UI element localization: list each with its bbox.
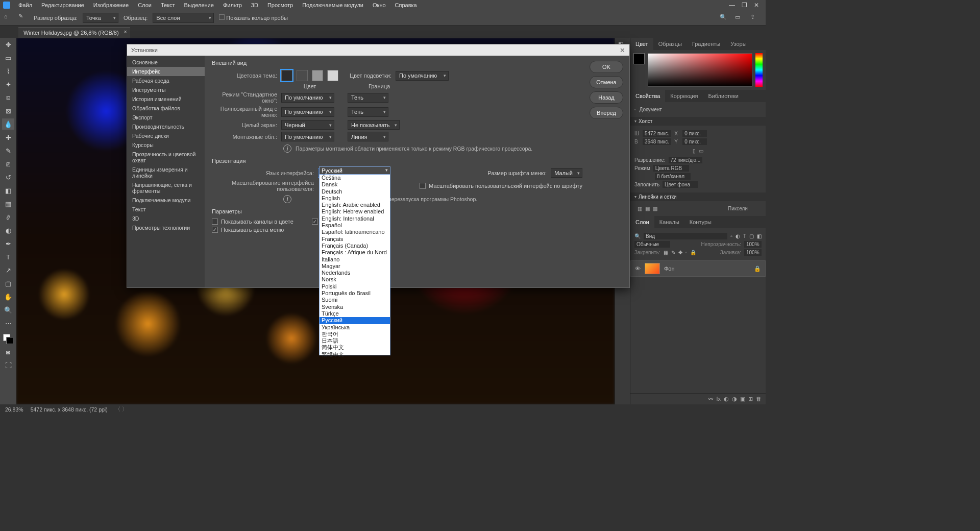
lock-all-icon[interactable]: 🔒 xyxy=(690,250,696,255)
language-option[interactable]: Français : Afrique du Nord xyxy=(320,249,390,256)
width-value[interactable]: 5472 пикс. xyxy=(643,130,671,137)
canvas-section-header[interactable]: Холст xyxy=(630,117,766,126)
layer-mask-icon[interactable]: ◐ xyxy=(724,396,729,402)
language-option[interactable]: Norsk xyxy=(320,276,390,283)
screen-color-dropdown[interactable]: По умолчанию xyxy=(281,107,334,117)
screen-color-dropdown[interactable]: По умолчанию xyxy=(281,93,334,103)
filter-smart-icon[interactable]: ◧ xyxy=(757,233,762,239)
next-button[interactable]: Вперед xyxy=(590,107,623,119)
prefs-category-item[interactable]: Интерфейс xyxy=(127,67,205,76)
show-channels-color-checkbox[interactable]: Показывать каналы в цвете xyxy=(212,219,293,225)
x-value[interactable]: 0 пикс. xyxy=(682,130,707,137)
delete-layer-icon[interactable]: 🗑 xyxy=(756,396,762,402)
menu-layers[interactable]: Слои xyxy=(134,1,156,9)
prefs-category-item[interactable]: Курсоры xyxy=(127,140,205,150)
language-option[interactable]: Magyar xyxy=(320,263,390,270)
tab-swatches[interactable]: Образцы xyxy=(653,38,687,50)
minimize-icon[interactable]: — xyxy=(728,2,736,9)
quickmask-icon[interactable]: ◙ xyxy=(2,346,14,357)
screen-border-dropdown[interactable]: Тень xyxy=(348,107,388,117)
menu-image[interactable]: Изображение xyxy=(89,1,133,9)
screen-border-dropdown[interactable]: Тень xyxy=(348,93,388,103)
theme-swatch-lightest[interactable] xyxy=(327,70,338,81)
opacity-value[interactable]: 100% xyxy=(744,241,762,248)
dialog-titlebar[interactable]: Установки ✕ xyxy=(127,44,629,56)
prefs-category-item[interactable]: Инструменты xyxy=(127,85,205,94)
theme-swatch-darkest[interactable] xyxy=(281,70,292,81)
lock-pos-icon[interactable]: ✥ xyxy=(678,250,682,255)
color-picker[interactable] xyxy=(630,50,766,90)
prefs-category-item[interactable]: Единицы измерения и линейки xyxy=(127,165,205,180)
language-option[interactable]: Svenska xyxy=(320,304,390,310)
prefs-category-item[interactable]: Обработка файлов xyxy=(127,104,205,113)
zoom-value[interactable]: 26,83% xyxy=(5,406,23,413)
screen-border-dropdown[interactable]: Линия xyxy=(348,132,388,141)
prefs-category-item[interactable]: Рабочие диски xyxy=(127,131,205,140)
maximize-icon[interactable]: ❐ xyxy=(740,2,748,9)
rulers-unit-dropdown[interactable]: Пиксели xyxy=(728,206,758,211)
prefs-category-item[interactable]: Рабочая среда xyxy=(127,76,205,85)
font-size-dropdown[interactable]: Малый xyxy=(551,168,582,178)
y-value[interactable]: 0 пикс. xyxy=(682,138,707,145)
fill-value[interactable]: Цвет фона xyxy=(663,181,698,188)
new-group-icon[interactable]: ▣ xyxy=(740,396,745,402)
menu-plugins[interactable]: Подключаемые модули xyxy=(298,1,368,9)
layer-background[interactable]: 👁 Фон 🔒 xyxy=(630,260,766,277)
language-option[interactable]: Nederlands xyxy=(320,270,390,276)
marquee-tool-icon[interactable]: ▭ xyxy=(2,52,14,63)
foreground-color-swatch[interactable] xyxy=(633,53,645,64)
mode-value[interactable]: Цвета RGB xyxy=(653,165,689,172)
language-option[interactable]: Français (Canada) xyxy=(320,243,390,249)
eraser-tool-icon[interactable]: ◧ xyxy=(2,185,14,196)
language-option[interactable]: Deutsch xyxy=(320,188,390,195)
workspace-icon[interactable]: ▭ xyxy=(735,14,743,22)
language-dropdown-current[interactable]: Русский xyxy=(320,167,390,175)
menu-text[interactable]: Текст xyxy=(157,1,179,9)
prefs-category-item[interactable]: Основные xyxy=(127,58,205,67)
layer-filter-dropdown[interactable]: Вид xyxy=(644,233,727,239)
stamp-tool-icon[interactable]: ⎚ xyxy=(2,158,14,170)
prev-button[interactable]: Назад xyxy=(590,91,623,104)
menu-edit[interactable]: Редактирование xyxy=(37,1,88,9)
tab-libraries[interactable]: Библиотеки xyxy=(703,90,744,102)
show-ring-checkbox[interactable]: Показать кольцо пробы xyxy=(219,14,288,21)
layer-search-icon[interactable]: 🔍 xyxy=(634,233,641,239)
filter-shape-icon[interactable]: ▢ xyxy=(749,233,754,239)
prefs-category-item[interactable]: Производительность xyxy=(127,122,205,131)
language-option[interactable]: 日本語 xyxy=(320,337,390,344)
filter-pixel-icon[interactable]: ▫ xyxy=(730,233,732,239)
ok-button[interactable]: OK xyxy=(590,61,623,73)
path-tool-icon[interactable]: ↗ xyxy=(2,264,14,276)
prefs-category-item[interactable]: Текст xyxy=(127,205,205,214)
wand-tool-icon[interactable]: ✦ xyxy=(2,79,14,90)
language-option[interactable]: Español: latinoamericano xyxy=(320,229,390,235)
tab-patterns[interactable]: Узоры xyxy=(725,38,751,50)
prefs-category-item[interactable]: Направляющие, сетка и фрагменты xyxy=(127,180,205,196)
highlight-dropdown[interactable]: По умолчанию xyxy=(396,71,449,81)
menu-3d[interactable]: 3D xyxy=(247,1,262,9)
language-option[interactable]: Dansk xyxy=(320,181,390,188)
menu-select[interactable]: Выделение xyxy=(180,1,218,9)
filter-adjust-icon[interactable]: ◐ xyxy=(736,233,740,239)
tab-color[interactable]: Цвет xyxy=(630,38,653,50)
dialog-close-icon[interactable]: ✕ xyxy=(620,46,625,54)
language-option[interactable]: Suomi xyxy=(320,297,390,303)
height-value[interactable]: 3648 пикс. xyxy=(643,138,671,145)
language-option[interactable]: Русский xyxy=(320,317,390,324)
tab-adjustments[interactable]: Коррекция xyxy=(665,90,703,102)
close-icon[interactable]: ✕ xyxy=(752,2,761,9)
zoom-tool-icon[interactable]: 🔍 xyxy=(2,304,14,316)
shape-tool-icon[interactable]: ▢ xyxy=(2,278,14,289)
hand-tool-icon[interactable]: ✋ xyxy=(2,291,14,302)
crop-tool-icon[interactable]: ⧈ xyxy=(2,92,14,103)
type-tool-icon[interactable]: T xyxy=(2,251,14,262)
prefs-category-item[interactable]: 3D xyxy=(127,214,205,223)
resolution-value[interactable]: 72 пикс/дю... xyxy=(669,157,703,163)
filter-text-icon[interactable]: T xyxy=(743,233,746,239)
move-tool-icon[interactable]: ✥ xyxy=(2,39,14,50)
blur-tool-icon[interactable]: ∂ xyxy=(2,211,14,223)
screen-color-dropdown[interactable]: По умолчанию xyxy=(281,132,334,141)
new-layer-icon[interactable]: ⊞ xyxy=(748,396,753,402)
history-brush-icon[interactable]: ↺ xyxy=(2,172,14,183)
tab-layers[interactable]: Слои xyxy=(630,216,654,228)
